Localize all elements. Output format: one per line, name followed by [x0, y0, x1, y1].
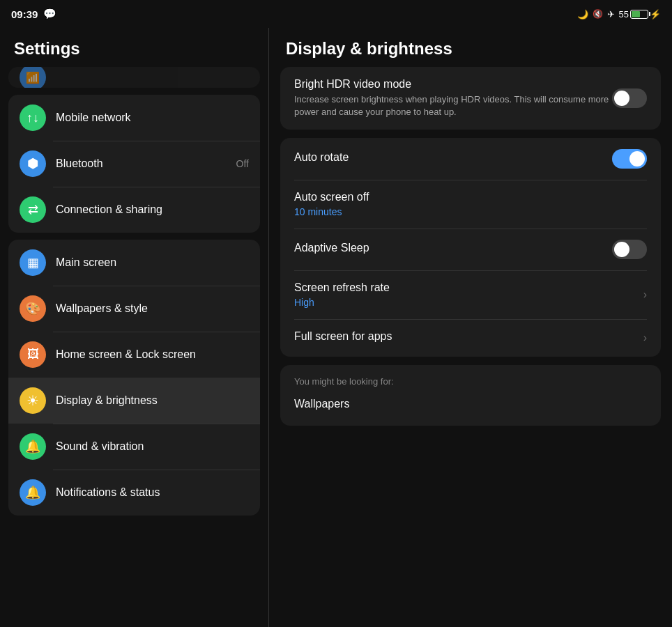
- adaptive-sleep-item[interactable]: Adaptive Sleep: [280, 229, 661, 270]
- home-lock-screen-label: Home screen & Lock screen: [56, 348, 249, 361]
- sidebar-item-display-brightness[interactable]: ☀ Display & brightness: [8, 378, 260, 424]
- display-settings-group: ▦ Main screen 🎨 Wallpapers & style 🖼 Hom…: [8, 240, 260, 516]
- bright-hdr-item[interactable]: Bright HDR video mode Increase screen br…: [280, 67, 661, 130]
- mobile-network-label: Mobile network: [56, 111, 249, 124]
- suggestion-title: You might be looking for:: [294, 376, 647, 387]
- bluetooth-label: Bluetooth: [56, 157, 236, 170]
- hdr-card: Bright HDR video mode Increase screen br…: [280, 67, 661, 130]
- moon-icon: 🌙: [577, 9, 588, 20]
- main-screen-label: Main screen: [56, 256, 249, 269]
- wallpapers-style-label: Wallpapers & style: [56, 302, 249, 315]
- notifications-status-icon: 🔔: [20, 479, 46, 506]
- left-panel: Settings 📶 ↑↓ Mobile network ⬢: [0, 28, 268, 627]
- adaptive-sleep-title: Adaptive Sleep: [294, 242, 612, 254]
- bright-hdr-left: Bright HDR video mode Increase screen br…: [294, 78, 612, 118]
- auto-rotate-left: Auto rotate: [294, 151, 612, 167]
- sidebar-item-bluetooth[interactable]: ⬢ Bluetooth Off: [8, 141, 260, 187]
- auto-screen-off-title: Auto screen off: [294, 191, 647, 203]
- battery-indicator: [630, 10, 648, 19]
- adaptive-sleep-toggle[interactable]: [612, 240, 647, 259]
- screen-refresh-rate-title: Screen refresh rate: [294, 281, 643, 294]
- partial-item: 📶: [8, 67, 260, 88]
- screen-refresh-rate-item[interactable]: Screen refresh rate High ›: [280, 270, 661, 319]
- display-settings-card: Auto rotate Auto screen off 10 minutes: [280, 138, 661, 357]
- suggestion-card: You might be looking for: Wallpapers: [280, 365, 661, 426]
- sidebar-item-wallpapers-style[interactable]: 🎨 Wallpapers & style: [8, 286, 260, 332]
- mute-icon: 🔇: [593, 9, 603, 19]
- sidebar-item-mobile-network[interactable]: ↑↓ Mobile network: [8, 95, 260, 141]
- auto-screen-off-item[interactable]: Auto screen off 10 minutes: [280, 180, 661, 229]
- battery-box: 55 ⚡: [619, 9, 661, 20]
- suggestion-wallpapers[interactable]: Wallpapers: [294, 394, 647, 415]
- wallpapers-style-icon: 🎨: [20, 295, 46, 322]
- display-brightness-label: Display & brightness: [56, 394, 249, 407]
- auto-rotate-toggle-thumb: [629, 151, 645, 167]
- status-bar: 09:39 💬 🌙 🔇 ✈ 55 ⚡: [0, 0, 672, 28]
- connection-sharing-icon: ⇄: [20, 196, 46, 223]
- battery-fill: [632, 11, 640, 17]
- bluetooth-badge: Off: [236, 158, 249, 169]
- display-brightness-title: Display & brightness: [269, 28, 672, 67]
- settings-title: Settings: [0, 28, 268, 67]
- connection-sharing-label: Connection & sharing: [56, 203, 249, 216]
- full-screen-apps-item[interactable]: Full screen for apps ›: [280, 319, 661, 357]
- adaptive-sleep-toggle-thumb: [614, 242, 629, 257]
- display-brightness-icon: ☀: [20, 387, 46, 414]
- screen-refresh-rate-left: Screen refresh rate High: [294, 281, 643, 308]
- sound-vibration-label: Sound & vibration: [56, 440, 249, 453]
- sidebar-item-sound-vibration[interactable]: 🔔 Sound & vibration: [8, 424, 260, 470]
- screen-refresh-rate-chevron: ›: [643, 288, 647, 301]
- notifications-status-label: Notifications & status: [56, 486, 249, 499]
- main-layout: Settings 📶 ↑↓ Mobile network ⬢: [0, 28, 672, 627]
- right-panel: Display & brightness Bright HDR video mo…: [269, 28, 672, 627]
- sidebar-item-home-lock-screen[interactable]: 🖼 Home screen & Lock screen: [8, 332, 260, 378]
- sidebar-item-connection-sharing[interactable]: ⇄ Connection & sharing: [8, 187, 260, 233]
- left-scroll: 📶 ↑↓ Mobile network ⬢ Bluetooth Off: [0, 67, 268, 627]
- auto-rotate-title: Auto rotate: [294, 151, 612, 164]
- status-left: 09:39 💬: [11, 8, 56, 20]
- mobile-network-icon: ↑↓: [20, 104, 46, 131]
- full-screen-apps-title: Full screen for apps: [294, 330, 643, 343]
- screen-refresh-rate-value: High: [294, 297, 643, 308]
- bright-hdr-toggle-thumb: [614, 91, 629, 106]
- partial-icon: 📶: [20, 67, 46, 88]
- bright-hdr-subtitle: Increase screen brightness when playing …: [294, 93, 612, 118]
- home-lock-screen-icon: 🖼: [20, 341, 46, 368]
- network-settings-group: ↑↓ Mobile network ⬢ Bluetooth Off ⇄ Conn…: [8, 95, 260, 233]
- adaptive-sleep-left: Adaptive Sleep: [294, 242, 612, 257]
- auto-rotate-item[interactable]: Auto rotate: [280, 138, 661, 180]
- time-display: 09:39: [11, 8, 38, 20]
- status-right: 🌙 🔇 ✈ 55 ⚡: [577, 9, 661, 20]
- auto-screen-off-left: Auto screen off 10 minutes: [294, 191, 647, 217]
- battery-level-text: 55: [619, 9, 629, 20]
- auto-screen-off-value: 10 minutes: [294, 206, 647, 217]
- full-screen-apps-chevron: ›: [643, 332, 647, 344]
- sidebar-item-notifications-status[interactable]: 🔔 Notifications & status: [8, 470, 260, 516]
- airplane-icon: ✈: [607, 9, 615, 20]
- sidebar-item-main-screen[interactable]: ▦ Main screen: [8, 240, 260, 286]
- sound-vibration-icon: 🔔: [20, 433, 46, 460]
- bright-hdr-toggle[interactable]: [612, 88, 647, 108]
- full-screen-apps-left: Full screen for apps: [294, 330, 643, 346]
- whatsapp-icon: 💬: [43, 8, 56, 20]
- bolt-icon: ⚡: [650, 9, 661, 20]
- main-screen-icon: ▦: [20, 249, 46, 276]
- right-scroll: Bright HDR video mode Increase screen br…: [269, 67, 672, 627]
- bluetooth-icon: ⬢: [20, 150, 46, 177]
- bright-hdr-title: Bright HDR video mode: [294, 78, 612, 91]
- auto-rotate-toggle[interactable]: [612, 149, 647, 169]
